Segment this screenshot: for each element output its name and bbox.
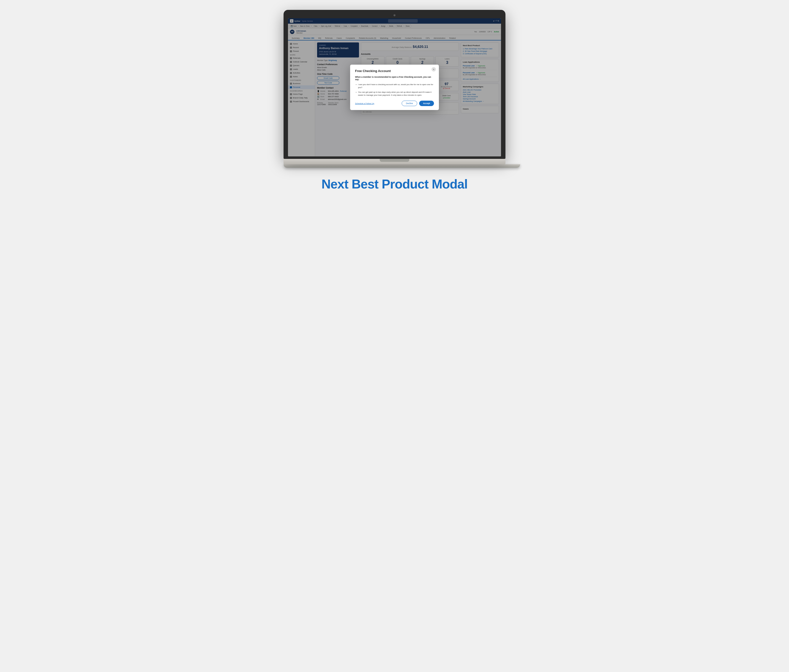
accept-button[interactable]: Accept <box>419 101 434 106</box>
crm-app: V VyStar Vystar Service ● + ? ⚙ 💾 Save S… <box>288 18 501 157</box>
camera <box>393 14 396 16</box>
screen-frame: V VyStar Vystar Service ● + ? ⚙ 💾 Save S… <box>284 10 505 159</box>
modal-actions: Schedule a Follow Up Decline Accept <box>355 101 434 106</box>
laptop-foot <box>284 164 520 168</box>
page-title: Next Best Product Modal <box>321 177 468 192</box>
modal-btn-group: Decline Accept <box>402 101 434 106</box>
modal-intro: When a member is recommended to open a F… <box>355 76 434 81</box>
laptop-base <box>284 159 505 164</box>
modal-bullet-1: I see you don't have a checking account … <box>355 83 434 89</box>
screen: V VyStar Vystar Service ● + ? ⚙ 💾 Save S… <box>288 18 501 157</box>
free-checking-modal: × Free Checking Account When a member is… <box>350 65 439 110</box>
schedule-followup-link[interactable]: Schedule a Follow Up <box>355 102 374 105</box>
modal-overlay: × Free Checking Account When a member is… <box>288 18 501 157</box>
laptop-frame: V VyStar Vystar Service ● + ? ⚙ 💾 Save S… <box>284 10 505 168</box>
modal-close-button[interactable]: × <box>431 67 436 72</box>
modal-bullet-2: You can get paid up to two days early wh… <box>355 91 434 97</box>
modal-title: Free Checking Account <box>355 69 434 73</box>
decline-button[interactable]: Decline <box>402 101 417 106</box>
